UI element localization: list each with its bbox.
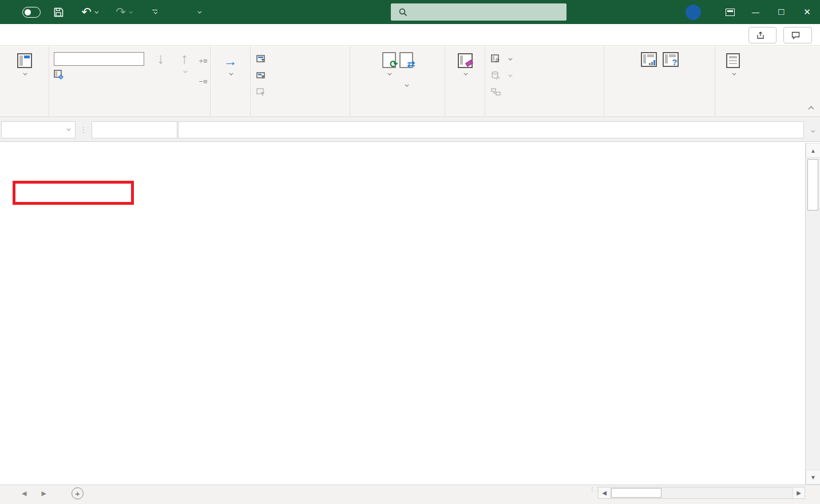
active-field-group: ↓ ↑ +≡ −≡ bbox=[49, 46, 211, 117]
search-input[interactable] bbox=[391, 3, 567, 21]
chevron-down-icon bbox=[129, 9, 133, 13]
formula-bar-splitter[interactable]: ⋮ bbox=[76, 128, 92, 131]
collapse-field-button[interactable]: −≡ bbox=[196, 75, 210, 88]
document-title[interactable] bbox=[192, 11, 200, 14]
scroll-left-button[interactable]: ◀ bbox=[599, 487, 611, 498]
scroll-right-button[interactable]: ▶ bbox=[793, 487, 805, 498]
data-group: ⟳ ⇄ bbox=[350, 46, 445, 117]
save-icon bbox=[54, 7, 64, 17]
share-icon bbox=[756, 31, 764, 39]
show-group bbox=[715, 46, 751, 117]
close-button[interactable]: ✕ bbox=[794, 0, 820, 24]
filter-connections-button[interactable] bbox=[256, 85, 350, 99]
ribbon-display-options-button[interactable] bbox=[717, 0, 743, 24]
autosave-knob-icon bbox=[25, 9, 31, 15]
comment-icon bbox=[791, 31, 800, 39]
comments-button[interactable] bbox=[783, 27, 812, 43]
recommended-pivottables-icon: ? bbox=[663, 52, 679, 67]
olap-tools-icon: fx bbox=[491, 71, 501, 80]
redo-icon: ↷ bbox=[116, 5, 126, 19]
fields-items-sets-icon: fx bbox=[491, 54, 501, 64]
drill-down-button[interactable]: ↓ bbox=[149, 50, 173, 117]
expand-field-button[interactable]: +≡ bbox=[196, 54, 210, 67]
ribbon-tab-row bbox=[0, 24, 820, 46]
scroll-down-button[interactable]: ▼ bbox=[806, 470, 820, 485]
field-settings-icon bbox=[54, 70, 64, 80]
share-button[interactable] bbox=[748, 27, 777, 43]
recommended-pivottables-button[interactable]: ? bbox=[663, 50, 679, 117]
refresh-button[interactable]: ⟳ bbox=[382, 50, 396, 117]
ribbon-display-icon bbox=[726, 9, 735, 16]
group-group: → bbox=[211, 46, 251, 117]
group-icon: → bbox=[223, 53, 238, 68]
sheet-nav-right-button[interactable]: ▶ bbox=[41, 490, 46, 497]
olap-tools-button[interactable]: fx bbox=[491, 69, 604, 82]
pivottable-icon bbox=[17, 53, 32, 68]
redo-button[interactable]: ↷ bbox=[110, 4, 137, 20]
chevron-down-icon bbox=[197, 9, 201, 13]
horizontal-scrollbar[interactable]: ◀ ▶ bbox=[598, 487, 805, 499]
show-button[interactable] bbox=[715, 51, 751, 76]
vertical-scrollbar[interactable]: ▲ ▼ bbox=[805, 143, 820, 485]
drill-down-icon: ↓ bbox=[157, 51, 164, 66]
name-box[interactable] bbox=[1, 121, 76, 138]
avatar[interactable] bbox=[686, 5, 701, 20]
change-data-source-button[interactable]: ⇄ bbox=[399, 50, 413, 117]
spreadsheet-grid: ▲ ▼ bbox=[0, 143, 820, 485]
pivotchart-button[interactable] bbox=[641, 50, 657, 117]
chevron-down-icon bbox=[66, 127, 70, 131]
minimize-button[interactable]: — bbox=[743, 0, 768, 24]
refresh-icon: ⟳ bbox=[382, 52, 396, 68]
calculations-group: fx fx bbox=[485, 46, 604, 117]
drill-up-icon: ↑ bbox=[181, 51, 188, 66]
ribbon: ↓ ↑ +≡ −≡ → bbox=[0, 46, 820, 117]
filter-group bbox=[251, 46, 350, 117]
chevron-down-icon bbox=[153, 10, 157, 14]
sheet-nav-left-button[interactable]: ◀ bbox=[22, 490, 26, 497]
pivotchart-icon bbox=[641, 52, 657, 67]
new-sheet-button[interactable]: + bbox=[72, 487, 84, 499]
expand-formula-bar-button[interactable] bbox=[804, 125, 820, 135]
timeline-icon bbox=[256, 72, 266, 80]
excel-window: ↶ ↷ — □ bbox=[0, 0, 820, 504]
tools-group: ? bbox=[604, 46, 715, 117]
actions-group bbox=[445, 46, 485, 117]
fields-items-sets-button[interactable]: fx bbox=[491, 52, 604, 66]
collapse-ribbon-button[interactable] bbox=[809, 103, 813, 113]
filter-connections-icon bbox=[256, 88, 266, 97]
autosave-toggle[interactable] bbox=[22, 7, 41, 18]
search-icon bbox=[399, 8, 407, 17]
group-button[interactable]: → bbox=[211, 51, 250, 76]
chevron-down-icon bbox=[94, 9, 98, 13]
vertical-scroll-thumb[interactable] bbox=[807, 159, 818, 211]
formula-bar: ⋮ bbox=[0, 118, 820, 142]
field-settings-button[interactable] bbox=[54, 68, 144, 82]
drill-up-button[interactable]: ↑ bbox=[173, 50, 197, 117]
status-strip bbox=[0, 501, 820, 504]
title-bar: ↶ ↷ — □ bbox=[0, 0, 820, 24]
svg-text:fx: fx bbox=[496, 57, 500, 62]
insert-timeline-button[interactable] bbox=[256, 69, 350, 82]
active-field-input[interactable] bbox=[54, 52, 144, 66]
svg-text:fx: fx bbox=[496, 74, 500, 80]
pivottable-group bbox=[0, 46, 49, 117]
relationships-icon bbox=[491, 88, 501, 97]
customize-quick-access-button[interactable] bbox=[145, 4, 164, 20]
undo-button[interactable]: ↶ bbox=[76, 4, 102, 20]
maximize-button[interactable]: □ bbox=[768, 0, 794, 24]
actions-icon bbox=[458, 53, 473, 68]
scroll-up-button[interactable]: ▲ bbox=[806, 143, 820, 158]
save-button[interactable] bbox=[49, 4, 68, 20]
show-icon bbox=[726, 53, 740, 68]
actions-button[interactable] bbox=[445, 51, 485, 76]
relationships-button[interactable] bbox=[491, 85, 604, 99]
insert-slicer-button[interactable] bbox=[256, 52, 350, 66]
change-data-source-icon: ⇄ bbox=[399, 52, 413, 68]
undo-icon: ↶ bbox=[81, 5, 92, 19]
slicer-icon bbox=[256, 55, 266, 64]
pivottable-button[interactable] bbox=[0, 51, 49, 76]
formula-input[interactable] bbox=[178, 121, 804, 138]
horizontal-scroll-thumb[interactable] bbox=[611, 488, 661, 498]
